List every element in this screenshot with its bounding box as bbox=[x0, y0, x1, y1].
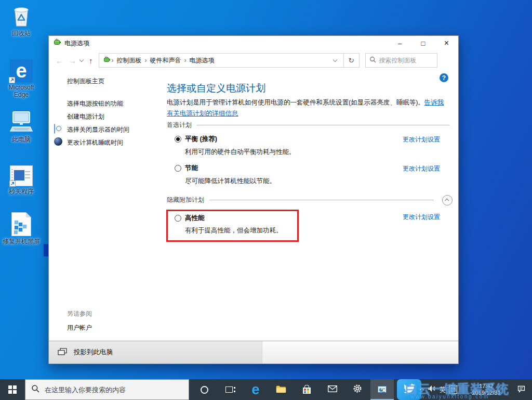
tray-show-hidden-button[interactable] bbox=[419, 379, 426, 400]
plan-name: 高性能 bbox=[185, 214, 205, 223]
twitter-app-button[interactable] bbox=[397, 379, 421, 400]
radio-high-performance[interactable] bbox=[175, 215, 181, 222]
edge-icon: e bbox=[1, 57, 42, 82]
file-explorer-button[interactable] bbox=[270, 379, 292, 400]
sidebar-item-create-plan[interactable]: 创建电源计划 bbox=[67, 112, 104, 121]
store-icon bbox=[303, 388, 311, 394]
chevron-up-icon bbox=[420, 388, 424, 392]
crumb-separator: › bbox=[145, 57, 147, 64]
edge-taskbar-button[interactable]: e bbox=[244, 379, 267, 400]
section-hidden-plans: 隐藏附加计划 bbox=[167, 196, 449, 204]
navigation-bar: ← → ↑ › 控制面板 › 硬件和声音 › 电源选项 bbox=[49, 50, 458, 70]
breadcrumb-power-options[interactable]: 电源选项 bbox=[190, 56, 215, 65]
desktop-icon-label: 修复开机黑屏 bbox=[1, 238, 42, 245]
minimize-button[interactable]: – bbox=[388, 36, 411, 50]
desktop-icon-label: 此电脑 bbox=[1, 136, 42, 143]
desktop-icon-recycle-bin[interactable]: 回收站 bbox=[1, 3, 42, 37]
change-plan-settings-link[interactable]: 更改计划设置 bbox=[403, 135, 440, 144]
taskbar-search[interactable] bbox=[25, 379, 189, 400]
tray-ime-mode[interactable]: 拼 bbox=[448, 379, 458, 400]
sidebar-item-user-accounts[interactable]: 用户帐户 bbox=[67, 324, 92, 332]
this-pc-icon bbox=[1, 109, 42, 134]
action-center-button[interactable] bbox=[514, 379, 528, 400]
sidebar-item-sleep-time[interactable]: 更改计算机睡眠时间 bbox=[67, 138, 123, 147]
plan-high-performance: 高性能 有利于提高性能，但会增加功耗。 bbox=[175, 214, 297, 235]
forward-button[interactable]: → bbox=[69, 56, 76, 65]
up-button[interactable]: ↑ bbox=[89, 56, 93, 65]
section-title: 首选计划 bbox=[167, 121, 192, 130]
close-button[interactable]: × bbox=[435, 36, 458, 50]
desktop-icon-this-pc[interactable]: 此电脑 bbox=[1, 109, 42, 143]
mail-icon bbox=[328, 385, 337, 394]
radio-balanced[interactable] bbox=[175, 136, 181, 143]
search-input[interactable] bbox=[379, 57, 433, 64]
windows-logo-icon bbox=[8, 385, 17, 394]
address-dropdown-icon[interactable] bbox=[332, 58, 337, 62]
settings-button[interactable] bbox=[346, 379, 369, 400]
section-title: 隐藏附加计划 bbox=[167, 196, 204, 204]
page-title: 选择或自定义电源计划 bbox=[167, 82, 265, 95]
breadcrumb-control-panel[interactable]: 控制面板 bbox=[117, 56, 142, 65]
tray-volume-button[interactable] bbox=[427, 379, 437, 400]
address-bar[interactable]: › 控制面板 › 硬件和声音 › 电源选项 bbox=[99, 53, 344, 68]
tray-clock[interactable]: 17:42 2019/12/31 bbox=[463, 379, 509, 400]
window-title: 电源选项 bbox=[64, 39, 89, 48]
shortcut-arrow-icon bbox=[9, 77, 15, 83]
main-content: ? 选择或自定义电源计划 电源计划是用于管理计算机如何使用电源的一套硬件和系统设… bbox=[167, 70, 451, 341]
tray-time: 17:42 bbox=[479, 383, 494, 390]
back-button[interactable]: ← bbox=[56, 56, 63, 65]
sidebar-item-power-buttons[interactable]: 选择电源按钮的功能 bbox=[67, 99, 123, 108]
registry-file-icon bbox=[1, 211, 42, 236]
sidebar-item-home[interactable]: 控制面板主页 bbox=[67, 77, 104, 86]
folder-icon bbox=[276, 385, 286, 395]
title-bar[interactable]: 电源选项 – □ × bbox=[49, 36, 458, 50]
plan-balanced: 平衡 (推荐) 利用可用的硬件自动平衡功耗与性能。 bbox=[175, 135, 296, 157]
window-body: 控制面板主页 选择电源按钮的功能 创建电源计划 选择关闭显示器的时间 更改计算机… bbox=[49, 70, 458, 341]
cortana-button[interactable] bbox=[193, 379, 216, 400]
breadcrumb-hardware-sound[interactable]: 硬件和声音 bbox=[150, 56, 181, 65]
control-panel-search[interactable] bbox=[365, 53, 437, 68]
tray-ime-language[interactable]: 英 bbox=[438, 379, 447, 400]
speaker-icon bbox=[428, 385, 436, 394]
maximize-button[interactable]: □ bbox=[411, 36, 435, 50]
desktop-icon-label: 回收站 bbox=[1, 30, 42, 37]
see-also-header: 另请参阅 bbox=[67, 309, 92, 318]
desktop-icon-registry-fix[interactable]: 修复开机黑屏 bbox=[1, 211, 42, 245]
shortcut-arrow-icon bbox=[9, 180, 16, 187]
help-icon[interactable]: ? bbox=[440, 73, 448, 82]
change-plan-settings-link[interactable]: 更改计划设置 bbox=[403, 164, 440, 173]
intro-text: 电源计划是用于管理计算机如何使用电源的一套硬件和系统设置(如显示器亮度、睡眠等)… bbox=[167, 99, 424, 106]
refresh-button[interactable]: ↻ bbox=[344, 53, 360, 68]
edge-icon: e bbox=[251, 379, 259, 400]
start-button[interactable] bbox=[0, 379, 25, 400]
change-plan-settings-link[interactable]: 更改计划设置 bbox=[403, 213, 440, 222]
power-options-icon bbox=[53, 38, 61, 48]
collapse-section-button[interactable] bbox=[442, 195, 453, 205]
desktop-icon-label: Microsoft Edge bbox=[1, 84, 42, 98]
history-dropdown-icon[interactable] bbox=[79, 58, 84, 62]
section-preferred-plans: 首选计划 bbox=[167, 121, 449, 130]
project-to-pc-row[interactable]: 投影到此电脑 bbox=[49, 341, 262, 364]
sidebar-item-display-time[interactable]: 选择关闭显示器的时间 bbox=[67, 125, 129, 134]
plan-description: 尽可能降低计算机性能以节能。 bbox=[175, 177, 276, 186]
desktop-icon-app[interactable]: 秒关程序 bbox=[1, 161, 42, 195]
mail-button[interactable] bbox=[321, 379, 344, 400]
sidebar: 控制面板主页 选择电源按钮的功能 创建电源计划 选择关闭显示器的时间 更改计算机… bbox=[49, 70, 162, 341]
task-view-button[interactable] bbox=[218, 379, 241, 400]
plan-power-saver: 节能 尽可能降低计算机性能以节能。 bbox=[175, 164, 276, 186]
power-options-window: 电源选项 – □ × ← → ↑ › 控制面板 bbox=[48, 35, 459, 364]
gear-icon bbox=[353, 384, 362, 395]
section-divider bbox=[197, 125, 449, 125]
taskbar-search-input[interactable] bbox=[45, 386, 183, 394]
section-divider bbox=[209, 200, 434, 200]
plan-description: 有利于提高性能，但会增加功耗。 bbox=[175, 226, 297, 235]
crumb-separator: › bbox=[184, 57, 187, 64]
recycle-bin-icon bbox=[1, 3, 42, 28]
radio-power-saver[interactable] bbox=[175, 165, 181, 172]
taskbar-active-app[interactable] bbox=[370, 379, 394, 400]
projection-icon bbox=[58, 348, 67, 357]
tray-date: 2019/12/31 bbox=[472, 390, 500, 396]
desktop-icon-edge[interactable]: e Microsoft Edge bbox=[1, 57, 42, 98]
store-button[interactable] bbox=[295, 379, 318, 400]
twitter-bird-icon bbox=[403, 383, 416, 396]
